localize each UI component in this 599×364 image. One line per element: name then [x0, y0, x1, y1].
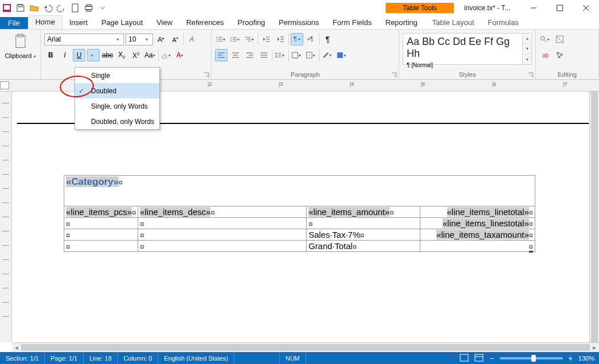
- ltr-button[interactable]: ¶: [291, 33, 303, 46]
- tab-references[interactable]: References: [179, 16, 230, 29]
- tab-permissions[interactable]: Permissions: [272, 16, 326, 29]
- shrink-font-icon[interactable]: A▾: [169, 33, 181, 46]
- find-button[interactable]: ▾: [539, 33, 552, 46]
- style-more-icon[interactable]: ▾: [523, 55, 531, 64]
- close-button[interactable]: [573, 0, 599, 16]
- underline-doubled[interactable]: ✓Doubled: [75, 83, 159, 98]
- maximize-button[interactable]: [547, 0, 573, 16]
- horizontal-scrollbar[interactable]: ◂ ▸: [12, 342, 599, 352]
- underline-doubled-words[interactable]: Doubled, only Words: [75, 114, 159, 129]
- show-marks-button[interactable]: ¶: [321, 33, 334, 46]
- font-name-select[interactable]: Arial▾: [44, 34, 124, 46]
- redo-icon[interactable]: [56, 2, 67, 14]
- paragraph-dialog-launcher[interactable]: [391, 72, 397, 77]
- underline-dropdown[interactable]: ▾: [87, 49, 100, 61]
- underline-single-words[interactable]: Single, only Words: [75, 98, 159, 114]
- svg-point-18: [217, 40, 218, 42]
- paste-button[interactable]: Clipboard ▾: [3, 33, 37, 59]
- qat-more-icon[interactable]: [97, 2, 108, 14]
- vertical-scrollbar[interactable]: [589, 92, 599, 342]
- line-spacing-button[interactable]: ▾: [274, 49, 287, 61]
- select-button[interactable]: [553, 49, 566, 61]
- svg-rect-61: [475, 354, 483, 361]
- style-down-icon[interactable]: ▾: [523, 44, 531, 54]
- styles-gallery[interactable]: Aa Bb Cc Dd Ee Ff Gg Hh ¶ [Normal] ▴ ▾ ▾: [403, 33, 532, 65]
- group-label-styles: Styles: [399, 71, 535, 79]
- bullets-button[interactable]: ▾: [215, 33, 228, 46]
- highlight-color-button[interactable]: ▾: [160, 49, 173, 61]
- svg-text:¶: ¶: [294, 35, 297, 42]
- tab-selector[interactable]: [0, 81, 9, 89]
- tab-home[interactable]: Home: [28, 15, 63, 29]
- align-left-button[interactable]: [215, 49, 228, 61]
- change-case-button[interactable]: Aa▾: [144, 49, 156, 61]
- tab-formulas[interactable]: Formulas: [481, 16, 526, 29]
- undo-icon[interactable]: [42, 2, 53, 14]
- font-dialog-launcher[interactable]: [204, 72, 209, 77]
- svg-rect-4: [85, 6, 92, 10]
- borders-button[interactable]: ▾: [305, 49, 317, 61]
- superscript-button[interactable]: X2: [130, 49, 142, 61]
- merge-field-pcs: «line_items_pcs»: [66, 207, 132, 217]
- app-icon[interactable]: [1, 2, 13, 14]
- strikethrough-button[interactable]: abc: [101, 49, 114, 61]
- tab-form-fields[interactable]: Form Fields: [326, 16, 379, 29]
- status-column[interactable]: Column: 0: [118, 352, 158, 364]
- clear-formatting-icon[interactable]: A: [185, 33, 198, 46]
- underline-button[interactable]: U: [73, 49, 85, 61]
- view-web-icon[interactable]: [474, 354, 484, 363]
- underline-single[interactable]: Single: [75, 68, 159, 83]
- status-section[interactable]: Section: 1/1: [0, 352, 45, 364]
- save-icon[interactable]: [15, 2, 26, 14]
- new-doc-icon[interactable]: [69, 2, 81, 14]
- frame-line-button[interactable]: ▾: [336, 49, 348, 61]
- page[interactable]: «Category»¤ «line_items_pcs»¤ «line_item…: [17, 94, 589, 341]
- bold-button[interactable]: B: [44, 49, 57, 61]
- invoice-table[interactable]: «Category»¤ «line_items_pcs»¤ «line_item…: [64, 175, 535, 252]
- status-line[interactable]: Line: 18: [84, 352, 118, 364]
- merge-field-linetotal: «line_items_linetotal»: [447, 207, 529, 217]
- increase-indent-button[interactable]: [274, 33, 287, 46]
- status-page[interactable]: Page: 1/1: [45, 352, 84, 364]
- decrease-indent-button[interactable]: [260, 33, 272, 46]
- print-icon[interactable]: [83, 2, 94, 14]
- rtl-button[interactable]: ¶: [305, 33, 317, 46]
- vertical-ruler[interactable]: [0, 92, 12, 342]
- replace-ab-button[interactable]: ab: [539, 49, 552, 61]
- tab-proofing[interactable]: Proofing: [231, 16, 272, 29]
- svg-text:3: 3: [230, 40, 232, 43]
- subscript-button[interactable]: X2: [115, 49, 128, 61]
- styles-dialog-launcher[interactable]: [528, 72, 534, 77]
- italic-button[interactable]: I: [59, 49, 71, 61]
- svg-rect-60: [460, 354, 468, 361]
- multilevel-button[interactable]: ▾: [243, 33, 256, 46]
- svg-point-57: [541, 36, 545, 40]
- shading-button[interactable]: ▾: [291, 49, 303, 61]
- minimize-button[interactable]: [520, 0, 547, 16]
- tab-reporting[interactable]: Reporting: [378, 16, 424, 29]
- align-center-button[interactable]: [229, 49, 242, 61]
- tab-page-layout[interactable]: Page Layout: [94, 16, 150, 29]
- frame-fill-button[interactable]: ▾: [321, 49, 334, 61]
- svg-rect-2: [19, 5, 22, 7]
- zoom-slider[interactable]: [500, 357, 563, 359]
- open-icon[interactable]: [28, 2, 40, 14]
- numbering-button[interactable]: 123▾: [229, 33, 242, 46]
- grow-font-icon[interactable]: A▴: [155, 33, 167, 46]
- style-up-icon[interactable]: ▴: [523, 34, 531, 44]
- font-color-button[interactable]: A▾: [175, 49, 187, 61]
- tab-file[interactable]: File: [0, 17, 28, 29]
- zoom-out-button[interactable]: −: [489, 354, 494, 363]
- font-size-select[interactable]: 10▾: [126, 34, 153, 46]
- tab-insert[interactable]: Insert: [63, 16, 95, 29]
- zoom-level[interactable]: 130%: [579, 355, 594, 362]
- grand-total-label: Grand·Total: [308, 241, 353, 251]
- replace-button[interactable]: [553, 33, 566, 46]
- align-justify-button[interactable]: [258, 49, 270, 61]
- tab-view[interactable]: View: [150, 16, 179, 29]
- align-right-button[interactable]: [243, 49, 256, 61]
- zoom-in-button[interactable]: +: [568, 354, 573, 363]
- status-language[interactable]: English (United States): [158, 352, 234, 364]
- view-print-icon[interactable]: [460, 354, 469, 363]
- tab-table-layout[interactable]: Table Layout: [426, 16, 481, 29]
